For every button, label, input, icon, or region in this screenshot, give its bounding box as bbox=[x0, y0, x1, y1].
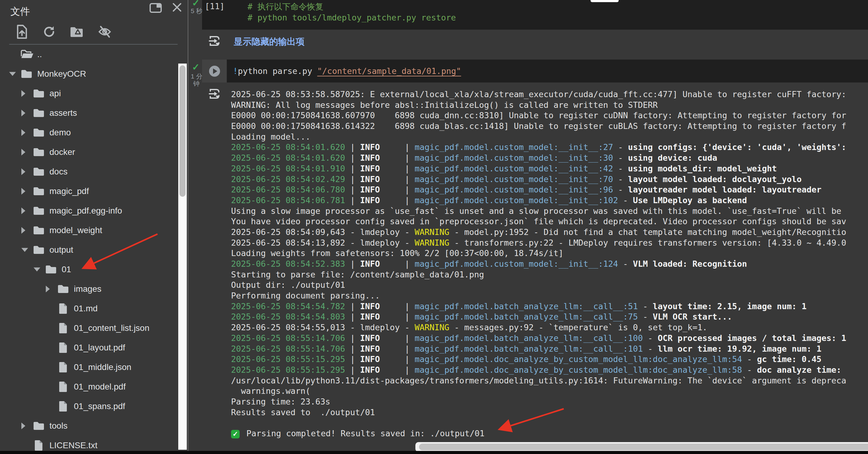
refresh-icon[interactable] bbox=[42, 25, 57, 40]
cell2-code-line: !python parse.py "/content/sample_data/0… bbox=[233, 60, 461, 83]
tree-item-label: api bbox=[50, 89, 61, 98]
tree-caret-icon[interactable] bbox=[21, 207, 25, 214]
cell1-execution-count: [11] bbox=[205, 2, 225, 11]
tree-item-magic-pdf[interactable]: magic_pdf bbox=[0, 181, 178, 201]
console-log-line: 2025-06-25 08:55:15.295 | INFO | magic_p… bbox=[231, 354, 868, 365]
tree-item-MonkeyOCR[interactable]: MonkeyOCR bbox=[0, 64, 178, 84]
show-hidden-outputs-link[interactable]: 显示隐藏的输出项 bbox=[234, 36, 305, 48]
tree-item-model-weight[interactable]: model_weight bbox=[0, 221, 178, 240]
cell1-code-line: # python tools/lmdeploy_patcher.py resto… bbox=[248, 13, 456, 22]
tree-item-images[interactable]: images bbox=[0, 279, 178, 299]
console-log-line: 2025-06-25 08:55:14.706 | INFO | magic_p… bbox=[231, 333, 868, 344]
tree-item-01[interactable]: 01 bbox=[0, 260, 178, 279]
console-log-line: 2025-06-25 08:54:01.620 | INFO | magic_p… bbox=[231, 142, 868, 153]
tree-item-01-model.pdf[interactable]: 01_model.pdf bbox=[0, 377, 178, 397]
console-log-line: 2025-06-25 08:54:06.781 | INFO | magic_p… bbox=[231, 195, 868, 206]
tree-item-01-middle.json[interactable]: 01_middle.json bbox=[0, 358, 178, 377]
cell-output-toggle-icon[interactable] bbox=[208, 87, 220, 100]
tree-item-01-layout.pdf[interactable]: 01_layout.pdf bbox=[0, 338, 178, 358]
tree-item-..[interactable]: .. bbox=[0, 45, 178, 64]
open-in-new-panel-icon[interactable] bbox=[149, 2, 162, 13]
tree-caret-icon[interactable] bbox=[21, 129, 25, 136]
tree-item-01-spans.pdf[interactable]: 01_spans.pdf bbox=[0, 397, 178, 416]
tree-item-label: docs bbox=[50, 167, 67, 177]
hide-hidden-files-icon[interactable] bbox=[98, 25, 112, 40]
tree-caret-icon[interactable] bbox=[9, 72, 16, 76]
folder-icon bbox=[32, 185, 45, 198]
upload-file-icon[interactable] bbox=[15, 24, 30, 39]
file-tree: ..MonkeyOCRapiassertsdemodockerdocsmagic… bbox=[0, 45, 178, 450]
folder-icon bbox=[44, 263, 57, 276]
console-log-line: Using a slow image processor as `use_fas… bbox=[231, 206, 868, 217]
console-log-line: 2025-06-25 08:54:01.910 | INFO | magic_p… bbox=[231, 164, 868, 174]
tree-item-docs[interactable]: docs bbox=[0, 162, 178, 181]
console-log-line: 2025-06-25 08:54:54.803 | INFO | magic_p… bbox=[231, 312, 868, 322]
tree-caret-icon[interactable] bbox=[21, 227, 25, 234]
tree-caret-icon[interactable] bbox=[21, 168, 25, 175]
run-cell-button[interactable] bbox=[202, 60, 227, 83]
shell-bang-token: ! bbox=[233, 66, 238, 76]
tree-item-label: .. bbox=[37, 50, 42, 59]
file-panel-title: 文件 bbox=[10, 5, 30, 18]
tree-item-label: output bbox=[50, 245, 73, 255]
tree-item-01-content-list.json[interactable]: 01_content_list.json bbox=[0, 318, 178, 338]
folder-icon bbox=[20, 67, 33, 80]
mount-drive-icon[interactable] bbox=[70, 26, 84, 40]
file-path-string-link[interactable]: "/content/sample_data/01.png" bbox=[317, 66, 461, 76]
console-log-line: 2025-06-25 08:54:02.429 | INFO | magic_p… bbox=[231, 174, 868, 185]
tree-item-label: asserts bbox=[50, 108, 77, 118]
tree-item-label: 01_middle.json bbox=[74, 362, 131, 372]
console-log-line: 2025-06-25 08:54:06.780 | INFO | magic_p… bbox=[231, 185, 868, 195]
folder-open-icon bbox=[20, 48, 33, 61]
folder-icon bbox=[32, 204, 45, 217]
console-log-line: ✓ Parsing completed! Results saved in: .… bbox=[231, 428, 868, 439]
tree-caret-icon[interactable] bbox=[21, 90, 25, 97]
tree-item-label: 01_spans.pdf bbox=[74, 401, 125, 411]
cell1-code-editor[interactable]: [11] # 执行以下命令恢复 # python tools/lmdeploy_… bbox=[202, 0, 868, 30]
window-bottom-edge bbox=[0, 451, 868, 454]
file-icon bbox=[57, 361, 70, 374]
folder-icon bbox=[32, 87, 45, 100]
tree-caret-icon[interactable] bbox=[21, 248, 28, 252]
folder-icon bbox=[57, 283, 70, 295]
tree-item-label: 01_layout.pdf bbox=[74, 343, 125, 352]
tree-caret-icon[interactable] bbox=[21, 110, 25, 116]
cell2-success-check-icon: ✓ bbox=[192, 62, 199, 73]
tree-caret-icon[interactable] bbox=[21, 149, 25, 155]
tree-caret-icon[interactable] bbox=[21, 188, 25, 195]
console-log-line: E0000 00:00:1750841638.614322 6898 cuda_… bbox=[231, 121, 868, 132]
file-icon bbox=[32, 439, 45, 452]
tree-item-label: demo bbox=[50, 128, 71, 138]
tree-item-api[interactable]: api bbox=[0, 84, 178, 103]
close-icon[interactable] bbox=[172, 2, 183, 13]
folder-icon bbox=[32, 420, 45, 432]
tree-item-label: 01.md bbox=[74, 304, 98, 313]
tree-item-tools[interactable]: tools bbox=[0, 416, 178, 436]
tree-item-label: LICENSE.txt bbox=[50, 441, 97, 450]
console-log-line: warnings.warn( bbox=[231, 386, 868, 397]
tree-item-output[interactable]: output bbox=[0, 240, 178, 260]
tree-caret-icon[interactable] bbox=[46, 286, 50, 292]
tree-item-label: magic_pdf.egg-info bbox=[50, 206, 122, 216]
cell-output-toggle-icon[interactable] bbox=[208, 34, 220, 47]
cell2-exec-duration: 钟 bbox=[193, 80, 199, 88]
tree-caret-icon[interactable] bbox=[34, 267, 40, 272]
tree-item-asserts[interactable]: asserts bbox=[0, 103, 178, 123]
output-hscrollbar-thumb[interactable] bbox=[419, 444, 868, 450]
tree-item-01.md[interactable]: 01.md bbox=[0, 299, 178, 318]
cell1-code-line: # 执行以下命令恢复 bbox=[248, 1, 323, 12]
tree-item-docker[interactable]: docker bbox=[0, 142, 178, 162]
tree-item-demo[interactable]: demo bbox=[0, 123, 178, 142]
cell2-code-editor[interactable]: !python parse.py "/content/sample_data/0… bbox=[227, 60, 868, 83]
folder-icon bbox=[32, 224, 45, 237]
console-log-line bbox=[231, 418, 868, 428]
console-log-line: Loading weights from safetensors: 100% 2… bbox=[231, 248, 868, 259]
tree-item-magic-pdf.egg-info[interactable]: magic_pdf.egg-info bbox=[0, 201, 178, 221]
cell1-exec-duration: 5 秒 bbox=[191, 7, 203, 15]
console-log-line: /usr/local/lib/python3.11/dist-packages/… bbox=[231, 375, 868, 386]
sidebar-scrollbar-thumb[interactable] bbox=[180, 65, 186, 197]
cell2-output-console: 2025-06-25 08:53:58.587025: E external/l… bbox=[231, 89, 868, 441]
console-log-line: E0000 00:00:1750841638.607970 6898 cuda_… bbox=[231, 110, 868, 121]
notebook-area: ✓ 5 秒 [11] # 执行以下命令恢复 # python tools/lmd… bbox=[188, 0, 868, 454]
tree-caret-icon[interactable] bbox=[21, 423, 25, 429]
